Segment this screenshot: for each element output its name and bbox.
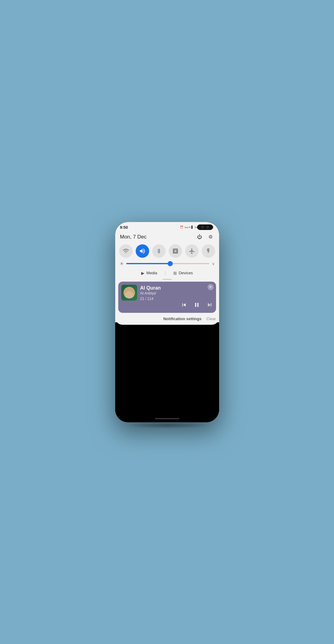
settings-icon-btn[interactable]: ⚙ bbox=[207, 233, 214, 241]
home-indicator[interactable] bbox=[155, 418, 179, 419]
brightness-row: ☀ ∨ bbox=[115, 259, 219, 268]
shade-separator bbox=[163, 279, 172, 280]
previous-button[interactable] bbox=[181, 302, 187, 310]
brightness-low-icon: ☀ bbox=[119, 261, 124, 267]
notification-settings-button[interactable]: Notification settings bbox=[163, 316, 201, 321]
brightness-track[interactable] bbox=[126, 263, 209, 264]
notification-subtitle: Al-Anbiya' bbox=[140, 291, 213, 295]
notification-close-button[interactable]: ✕ bbox=[207, 284, 214, 290]
notification-controls bbox=[121, 302, 213, 310]
devices-grid-icon: ⊞ bbox=[173, 271, 177, 276]
qs-tile-torch[interactable] bbox=[202, 244, 215, 258]
qs-tiles bbox=[115, 243, 219, 259]
qs-tile-bluetooth[interactable] bbox=[152, 244, 166, 258]
clear-button[interactable]: Clear bbox=[206, 316, 216, 321]
signal-lte1-icon: Vo) R bbox=[184, 226, 190, 229]
pause-button[interactable] bbox=[193, 302, 200, 310]
qs-tile-wifi[interactable] bbox=[119, 244, 133, 258]
notification-shade: 9:50 ⏰ Vo) R ▋ Vo) ▋▋ 67% 🔋 Mon, 7 Dec bbox=[115, 222, 219, 325]
signal-lte1-bars: ▋ bbox=[191, 226, 193, 229]
notification-actions: Notification settings Clear bbox=[115, 314, 219, 322]
next-button[interactable] bbox=[206, 302, 213, 310]
phone-screen: 9:50 ⏰ Vo) R ▋ Vo) ▋▋ 67% 🔋 Mon, 7 Dec bbox=[115, 222, 219, 422]
qs-tile-sound[interactable] bbox=[136, 244, 149, 258]
camera-cutout bbox=[197, 224, 213, 230]
power-icon: ⏻ bbox=[197, 234, 202, 240]
notification-card: ✕ Al Quran Al-Anb bbox=[118, 282, 216, 313]
media-devices-divider: | bbox=[165, 270, 166, 276]
qs-header-icons: ⏻ ⚙ bbox=[196, 233, 214, 241]
notification-progress: 21 / 114 bbox=[140, 297, 213, 301]
notification-artwork bbox=[121, 285, 137, 301]
power-icon-btn[interactable]: ⏻ bbox=[196, 233, 203, 241]
camera-lens-2 bbox=[206, 226, 209, 229]
settings-icon: ⚙ bbox=[208, 234, 213, 240]
camera-lens-1 bbox=[201, 226, 204, 229]
media-devices-row: ▶ Media | ⊞ Devices bbox=[115, 268, 219, 278]
devices-label: Devices bbox=[179, 271, 193, 275]
brightness-thumb[interactable] bbox=[168, 261, 173, 266]
status-time: 9:50 bbox=[120, 225, 128, 230]
qs-date: Mon, 7 Dec bbox=[120, 234, 147, 240]
media-label: Media bbox=[146, 271, 157, 275]
lock-screen-black bbox=[115, 325, 219, 416]
phone-frame: 9:50 ⏰ Vo) R ▋ Vo) ▋▋ 67% 🔋 Mon, 7 Dec bbox=[115, 222, 219, 422]
notification-top: Al Quran Al-Anbiya' 21 / 114 bbox=[121, 285, 213, 301]
alarm-icon: ⏰ bbox=[180, 226, 183, 229]
qs-tile-nfc[interactable] bbox=[169, 244, 182, 258]
qs-header: Mon, 7 Dec ⏻ ⚙ bbox=[115, 231, 219, 243]
phone-shadow bbox=[126, 422, 209, 428]
notification-title: Al Quran bbox=[140, 285, 213, 291]
brightness-expand-icon[interactable]: ∨ bbox=[212, 261, 215, 266]
qs-tile-airplane[interactable] bbox=[185, 244, 199, 258]
media-button[interactable]: ▶ Media bbox=[141, 271, 157, 276]
devices-button[interactable]: ⊞ Devices bbox=[173, 271, 193, 276]
close-icon: ✕ bbox=[209, 285, 212, 289]
media-play-icon: ▶ bbox=[141, 271, 145, 276]
notification-info: Al Quran Al-Anbiya' 21 / 114 bbox=[140, 285, 213, 301]
